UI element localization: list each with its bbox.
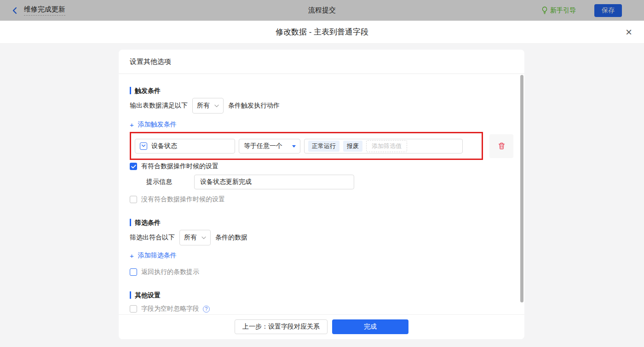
tip-message-row: 提示信息	[130, 175, 513, 189]
tip-message-input[interactable]	[194, 175, 354, 189]
back-icon[interactable]	[11, 6, 18, 15]
return-count-label: 返回执行的条数提示	[141, 268, 199, 276]
select-field-type-icon	[140, 142, 147, 150]
beginner-guide-link[interactable]: 新手引导	[541, 6, 576, 15]
dialog-body: 设置其他选项 触发条件 输出表数据满足以下 所有 条件触发执行动作 + 添加触发…	[0, 44, 644, 347]
condition-field-select[interactable]: 设备状态	[135, 139, 235, 154]
section-title-filter: 筛选条件	[130, 219, 513, 226]
lightbulb-icon	[541, 6, 548, 14]
panel-content: 触发条件 输出表数据满足以下 所有 条件触发执行动作 + 添加触发条件	[119, 74, 524, 314]
save-button[interactable]: 保存	[594, 4, 622, 17]
close-icon[interactable]: ×	[626, 27, 632, 38]
condition-field-value: 设备状态	[151, 142, 177, 150]
filter-sentence-prefix: 筛选出符合以下	[130, 233, 175, 242]
trigger-sentence-suffix: 条件触发执行动作	[228, 102, 280, 110]
ignore-empty-label: 字段为空时忽略字段	[141, 305, 199, 313]
plus-icon: +	[130, 252, 134, 259]
unmatched-setting-label: 没有符合数据操作时候的设置	[141, 195, 225, 204]
filter-sentence-suffix: 条件的数据	[215, 233, 247, 242]
filter-match-row: 筛选出符合以下 所有 条件的数据	[130, 230, 513, 245]
panel-footer: 上一步：设置字段对应关系 完成	[119, 314, 524, 339]
add-filter-value-button[interactable]: 添加筛选值	[366, 140, 407, 152]
checkbox-return-count[interactable]	[130, 268, 137, 276]
previous-step-button[interactable]: 上一步：设置字段对应关系	[235, 319, 328, 334]
trigger-match-row: 输出表数据满足以下 所有 条件触发执行动作	[130, 98, 513, 114]
check-icon	[131, 165, 136, 169]
section-title-other: 其他设置	[130, 291, 513, 299]
checkbox-unmatched[interactable]	[130, 196, 137, 203]
trigger-sentence-prefix: 输出表数据满足以下	[130, 102, 188, 110]
caret-down-icon	[292, 145, 296, 148]
condition-values-box[interactable]: 正常运行 报废 添加筛选值	[304, 139, 463, 154]
dialog-title: 修改数据 - 主表到普通字段	[276, 27, 368, 37]
scrollbar-thumb[interactable]	[520, 75, 523, 302]
unmatched-setting-row: 没有符合数据操作时候的设置	[130, 195, 513, 204]
options-panel: 设置其他选项 触发条件 输出表数据满足以下 所有 条件触发执行动作 + 添加触发…	[119, 50, 524, 339]
highlighted-condition-box: 设备状态 等于任意一个 正常运行 报废 添加筛选值	[130, 132, 483, 160]
matched-setting-label: 有符合数据操作时候的设置	[141, 162, 218, 171]
done-button[interactable]: 完成	[332, 319, 408, 334]
page-title: 流程提交	[308, 6, 336, 15]
add-filter-condition-label: 添加筛选条件	[138, 251, 177, 260]
value-tag: 正常运行	[308, 141, 339, 152]
dialog-header: 修改数据 - 主表到普通字段 ×	[0, 21, 644, 44]
trigger-condition-row: 设备状态 等于任意一个 正常运行 报废 添加筛选值	[130, 132, 513, 160]
tip-message-label: 提示信息	[146, 178, 187, 186]
plus-icon: +	[130, 121, 134, 128]
trash-icon	[498, 142, 506, 150]
filter-match-select[interactable]: 所有	[179, 230, 211, 245]
checkbox-ignore-empty[interactable]	[130, 305, 137, 313]
section-title-trigger: 触发条件	[130, 87, 513, 94]
flow-name[interactable]: 维修完成更新	[24, 5, 65, 16]
return-count-row: 返回执行的条数提示	[130, 267, 513, 277]
guide-label: 新手引导	[550, 6, 576, 15]
filter-match-value: 所有	[184, 233, 197, 242]
chevron-down-icon	[201, 236, 206, 239]
checkbox-matched-checked[interactable]	[130, 163, 137, 170]
trigger-match-value: 所有	[197, 102, 210, 110]
add-filter-condition-link[interactable]: + 添加筛选条件	[130, 251, 177, 260]
ignore-empty-row: 字段为空时忽略字段 ?	[130, 304, 513, 313]
add-trigger-condition-link[interactable]: + 添加触发条件	[130, 120, 177, 129]
condition-operator-select[interactable]: 等于任意一个	[239, 139, 300, 154]
value-tag: 报废	[343, 141, 362, 152]
delete-condition-button[interactable]	[489, 134, 513, 158]
add-trigger-condition-label: 添加触发条件	[138, 120, 177, 129]
condition-operator-value: 等于任意一个	[244, 142, 282, 150]
matched-setting-row: 有符合数据操作时候的设置	[130, 162, 513, 171]
help-icon[interactable]: ?	[203, 306, 210, 313]
app-topbar: 维修完成更新 流程提交 新手引导 保存	[0, 0, 644, 21]
panel-title: 设置其他选项	[119, 50, 524, 74]
chevron-down-icon	[214, 104, 219, 108]
trigger-match-select[interactable]: 所有	[192, 98, 224, 114]
